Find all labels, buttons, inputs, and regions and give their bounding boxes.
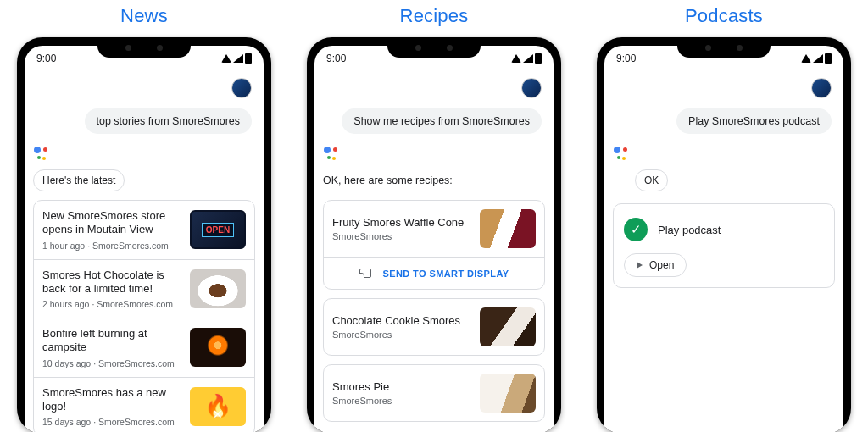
signal-icon [523, 54, 533, 63]
recipe-thumbnail [480, 374, 536, 413]
wifi-icon [801, 54, 811, 63]
news-thumbnail: OPEN [190, 210, 246, 249]
recipe-item[interactable]: Smores Pie SmoreSmores [324, 365, 544, 421]
column-podcasts: Podcasts 9:00 Play SmoreSmores podcast O… [592, 5, 856, 432]
recipe-source: SmoreSmores [332, 231, 471, 241]
news-thumbnail [190, 269, 246, 308]
phone-screen: 9:00 top stories from SmoreSmores Here's… [25, 46, 264, 432]
battery-icon [825, 53, 832, 64]
user-query: top stories from SmoreSmores [85, 108, 253, 134]
assistant-icon [613, 146, 628, 161]
recipe-title: Smores Pie [332, 380, 471, 394]
checkmark-icon: ✓ [624, 218, 648, 241]
avatar[interactable] [521, 78, 542, 98]
status-icons [801, 53, 832, 64]
battery-icon [245, 53, 252, 64]
news-meta: 15 days ago · SmoreSmores.com [42, 417, 181, 427]
phone-frame: 9:00 Play SmoreSmores podcast OK ✓ Play … [597, 37, 851, 432]
column-recipes: Recipes 9:00 Show me recipes from SmoreS… [302, 5, 566, 432]
recipe-thumbnail [480, 209, 536, 248]
phone-frame: 9:00 top stories from SmoreSmores Here's… [17, 37, 271, 432]
user-query: Play SmoreSmores podcast [676, 108, 832, 134]
news-title: SmoreSmores has a new logo! [42, 386, 181, 414]
phone-screen: 9:00 Play SmoreSmores podcast OK ✓ Play … [604, 46, 843, 432]
news-item[interactable]: Smores Hot Chocolate is back for a limit… [34, 259, 254, 318]
podcast-card: ✓ Play podcast Open [613, 203, 835, 288]
news-item[interactable]: SmoreSmores has a new logo! 15 days ago … [34, 377, 254, 433]
news-title: New SmoreSmores store opens in Moutain V… [42, 209, 181, 237]
news-list: New SmoreSmores store opens in Moutain V… [33, 200, 255, 432]
open-button[interactable]: Open [624, 253, 687, 277]
news-meta: 2 hours ago · SmoreSmores.com [42, 299, 181, 309]
status-icons [511, 53, 542, 64]
phone-notch [387, 37, 481, 58]
news-item[interactable]: Bonfire left burning at campsite 10 days… [34, 318, 254, 377]
recipe-source: SmoreSmores [332, 396, 471, 406]
recipe-title: Chocolate Cookie Smores [332, 314, 471, 328]
status-time: 9:00 [326, 53, 346, 64]
avatar[interactable] [231, 78, 252, 98]
user-query: Show me recipes from SmoreSmores [342, 108, 542, 134]
recipe-card: Smores Pie SmoreSmores [323, 364, 545, 422]
signal-icon [813, 54, 823, 63]
podcast-status: Play podcast [658, 224, 721, 236]
section-header: Recipes [400, 5, 469, 27]
phone-notch [97, 37, 191, 58]
recipe-thumbnail [480, 307, 536, 346]
phone-screen: 9:00 Show me recipes from SmoreSmores OK… [314, 46, 554, 432]
status-icons [221, 53, 252, 64]
column-news: News 9:00 top stories from SmoreSmores H… [12, 5, 276, 432]
status-time: 9:00 [616, 53, 636, 64]
news-thumbnail [190, 328, 246, 367]
news-thumbnail: 🔥 [190, 387, 246, 426]
recipe-title: Fruity Smores Waffle Cone [332, 216, 471, 230]
recipe-source: SmoreSmores [332, 330, 471, 340]
recipe-card: Fruity Smores Waffle Cone SmoreSmores SE… [323, 200, 545, 290]
avatar[interactable] [811, 78, 832, 98]
assistant-reply: OK, here are some recipes: [323, 169, 463, 191]
news-meta: 10 days ago · SmoreSmores.com [42, 358, 181, 368]
send-label: SEND TO SMART DISPLAY [383, 269, 509, 279]
send-to-display-button[interactable]: SEND TO SMART DISPLAY [324, 257, 544, 289]
assistant-reply: Here's the latest [33, 169, 125, 191]
recipe-card: Chocolate Cookie Smores SmoreSmores [323, 298, 545, 356]
wifi-icon [221, 54, 231, 63]
recipe-item[interactable]: Fruity Smores Waffle Cone SmoreSmores [324, 201, 544, 257]
assistant-icon [33, 146, 48, 161]
podcast-status-row: ✓ Play podcast [624, 214, 824, 245]
section-header: Podcasts [685, 5, 763, 27]
recipe-item[interactable]: Chocolate Cookie Smores SmoreSmores [324, 299, 544, 355]
assistant-icon [323, 146, 338, 161]
news-title: Bonfire left burning at campsite [42, 327, 181, 355]
cast-icon [359, 269, 371, 278]
battery-icon [535, 53, 542, 64]
status-time: 9:00 [36, 53, 56, 64]
phone-notch [677, 37, 771, 58]
signal-icon [233, 54, 243, 63]
news-item[interactable]: New SmoreSmores store opens in Moutain V… [34, 201, 254, 259]
play-icon [637, 262, 643, 269]
wifi-icon [511, 54, 521, 63]
assistant-reply: OK [635, 169, 668, 191]
section-header: News [120, 5, 168, 27]
news-title: Smores Hot Chocolate is back for a limit… [42, 269, 181, 296]
open-label: Open [649, 259, 674, 271]
news-meta: 1 hour ago · SmoreSmores.com [42, 241, 181, 251]
phone-frame: 9:00 Show me recipes from SmoreSmores OK… [307, 37, 561, 432]
